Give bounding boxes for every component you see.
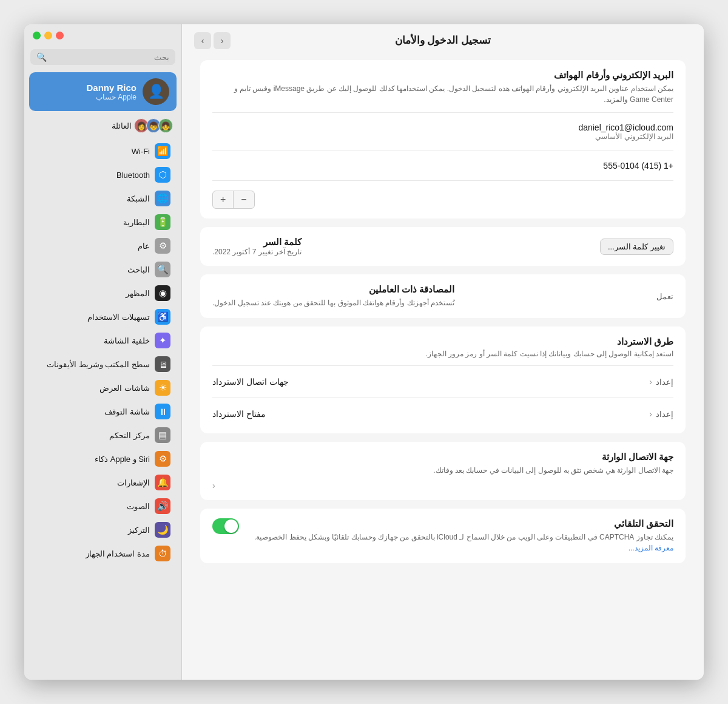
sidebar-item-spotlight[interactable]: الباحث 🔍	[27, 258, 179, 281]
battery-icon: 🔋	[155, 214, 170, 230]
recovery-key-row[interactable]: إعداد ‹ مفتاح الاسترداد	[212, 404, 673, 424]
auto-verify-link[interactable]: معرفة المزيد...	[629, 544, 673, 552]
traffic-light-green[interactable]	[33, 32, 41, 39]
forward-button[interactable]: ›	[214, 32, 231, 49]
spotlight-icon: 🔍	[155, 262, 170, 277]
focus-icon: 🌙	[155, 522, 170, 538]
auto-verify-info: التحقق التلقائي يمكنك تجاوز CAPTCHA في ا…	[246, 518, 673, 553]
email-label: البريد الإلكتروني الأساسي	[578, 132, 673, 141]
family-avatar-3: 👧	[158, 118, 173, 133]
legacy-desc: جهة الاتصال الوارثة هي شخص تثق به للوصول…	[212, 465, 673, 476]
sidebar: 🔍 Danny Rico حساب Apple 👤 العائلة 👩 👦 👧 …	[24, 24, 182, 680]
sidebar-item-label-focus: التركيز	[128, 526, 150, 535]
auto-verify-row: التحقق التلقائي يمكنك تجاوز CAPTCHA في ا…	[212, 518, 673, 553]
recovery-contacts-row[interactable]: إعداد ‹ جهات اتصال الاسترداد	[212, 372, 673, 391]
back-button[interactable]: ‹	[194, 32, 211, 49]
sidebar-item-desktop[interactable]: سطح المكتب وشريط الأيقونات 🖥	[27, 353, 179, 376]
sidebar-item-battery[interactable]: البطارية 🔋	[27, 211, 179, 234]
sidebar-item-control[interactable]: مركز التحكم ▤	[27, 424, 179, 447]
password-subtitle: تاريخ آخر تغيير 7 أكتوبر 2022.	[212, 248, 302, 256]
sidebar-item-focus[interactable]: التركيز 🌙	[27, 518, 179, 541]
sidebar-item-display[interactable]: شاشات العرض ☀	[27, 376, 179, 399]
legacy-card: جهة الاتصال الوارثة جهة الاتصال الوارثة …	[200, 442, 686, 500]
screensaver-icon: ⏸	[155, 404, 170, 419]
phone-row: +1 (415) 555-0104	[212, 157, 673, 174]
auto-verify-toggle[interactable]	[212, 518, 239, 534]
sidebar-item-family[interactable]: العائلة 👩 👦 👧	[24, 115, 181, 137]
recovery-card: طرق الاسترداد استعد إمكانية الوصول إلى ح…	[200, 327, 686, 433]
search-input[interactable]	[50, 53, 169, 62]
family-avatars: 👩 👦 👧	[136, 118, 173, 133]
siri-icon: ⚙	[155, 451, 170, 467]
network-icon: 🌐	[155, 191, 170, 206]
sidebar-item-screensaver[interactable]: شاشة التوقف ⏸	[27, 400, 179, 423]
recovery-key-action: إعداد	[656, 410, 673, 419]
email-phone-title: البريد الإلكتروني وأرقام الهواتف	[212, 70, 673, 81]
recovery-contacts-button[interactable]: إعداد ‹	[649, 377, 673, 387]
appearance-icon: ◉	[155, 285, 170, 301]
sidebar-item-notifications[interactable]: الإشعارات 🔔	[27, 471, 179, 494]
control-icon: ▤	[155, 427, 170, 443]
desktop-icon: 🖥	[155, 356, 170, 372]
sidebar-item-label-accessibility: تسهيلات الاستخدام	[87, 313, 150, 322]
email-phone-desc: يمكن استخدام عناوين البريد الإلكتروني وأ…	[212, 83, 673, 105]
sidebar-item-general[interactable]: عام ⚙	[27, 234, 179, 257]
search-icon: 🔍	[36, 52, 47, 62]
bluetooth-icon: ⬡	[155, 167, 170, 183]
recovery-title: طرق الاسترداد	[212, 336, 673, 347]
sidebar-item-sound[interactable]: الصوت 🔊	[27, 495, 179, 518]
chevron-right-icon-2: ‹	[649, 409, 652, 419]
sidebar-item-label-display: شاشات العرض	[99, 384, 150, 393]
two-factor-info: المصادقة ذات العاملين تُستخدم أجهزتك وأر…	[212, 284, 454, 308]
sidebar-item-label-wifi: Wi-Fi	[132, 147, 150, 156]
email-value: daniel_rico1@icloud.com	[578, 123, 673, 132]
traffic-light-red[interactable]	[56, 32, 64, 39]
recovery-contacts-label: جهات اتصال الاسترداد	[212, 377, 289, 387]
legacy-chevron-icon: ‹	[212, 481, 215, 490]
recovery-key-button[interactable]: إعداد ‹	[649, 409, 673, 419]
recovery-divider-1	[212, 365, 673, 366]
two-factor-title: المصادقة ذات العاملين	[212, 284, 454, 295]
legacy-chevron-button[interactable]: ‹	[212, 481, 215, 490]
sidebar-item-label-siri: ذكاء Apple و Siri	[95, 455, 150, 464]
sidebar-item-bluetooth[interactable]: Bluetooth ⬡	[27, 163, 179, 186]
minus-button[interactable]: −	[234, 191, 254, 208]
plus-minus-buttons: − +	[212, 191, 255, 209]
display-icon: ☀	[155, 380, 170, 396]
email-labels: daniel_rico1@icloud.com البريد الإلكترون…	[578, 123, 673, 141]
email-row: daniel_rico1@icloud.com البريد الإلكترون…	[212, 119, 673, 144]
sidebar-item-wallpaper[interactable]: خلفية الشاشة ✦	[27, 329, 179, 352]
sidebar-item-label-wallpaper: خلفية الشاشة	[104, 336, 150, 345]
sidebar-item-screentime[interactable]: مدة استخدام الجهاز ⏱	[27, 542, 179, 565]
sidebar-item-appearance[interactable]: المظهر ◉	[27, 282, 179, 305]
traffic-lights	[24, 24, 181, 39]
sound-icon: 🔊	[155, 498, 170, 514]
divider-3	[212, 180, 673, 181]
main-header: ‹ › تسجيل الدخول والأمان	[182, 24, 704, 54]
change-password-button[interactable]: تغيير كلمة السر...	[600, 239, 673, 255]
recovery-key-label: مفتاح الاسترداد	[212, 409, 266, 419]
divider-1	[212, 112, 673, 113]
auto-verify-card: التحقق التلقائي يمكنك تجاوز CAPTCHA في ا…	[200, 509, 686, 563]
sidebar-item-label-sound: الصوت	[127, 502, 150, 511]
main-window: 🔍 Danny Rico حساب Apple 👤 العائلة 👩 👦 👧 …	[24, 24, 704, 680]
sidebar-item-network[interactable]: الشبكة 🌐	[27, 187, 179, 210]
plus-button[interactable]: +	[213, 191, 233, 208]
apple-id-item[interactable]: Danny Rico حساب Apple 👤	[29, 72, 177, 111]
traffic-light-yellow[interactable]	[44, 32, 52, 39]
auto-verify-desc: يمكنك تجاوز CAPTCHA في التطبيقات وعلى ال…	[246, 532, 673, 553]
wifi-icon: 📶	[155, 143, 170, 159]
sidebar-item-siri[interactable]: ذكاء Apple و Siri ⚙	[27, 447, 179, 470]
search-bar[interactable]: 🔍	[30, 49, 175, 65]
recovery-divider-2	[212, 398, 673, 398]
two-factor-status: تعمل	[656, 292, 673, 301]
sidebar-item-accessibility[interactable]: تسهيلات الاستخدام ♿	[27, 305, 179, 328]
sidebar-item-label-general: عام	[138, 242, 150, 251]
divider-2	[212, 151, 673, 151]
sidebar-item-wifi[interactable]: Wi-Fi 📶	[27, 140, 179, 163]
wallpaper-icon: ✦	[155, 333, 170, 348]
sidebar-items: Wi-Fi 📶 Bluetooth ⬡ الشبكة 🌐 البطارية 🔋 …	[24, 139, 181, 566]
email-phone-card: البريد الإلكتروني وأرقام الهواتف يمكن اس…	[200, 60, 686, 218]
screentime-icon: ⏱	[155, 546, 170, 561]
accessibility-icon: ♿	[155, 309, 170, 325]
